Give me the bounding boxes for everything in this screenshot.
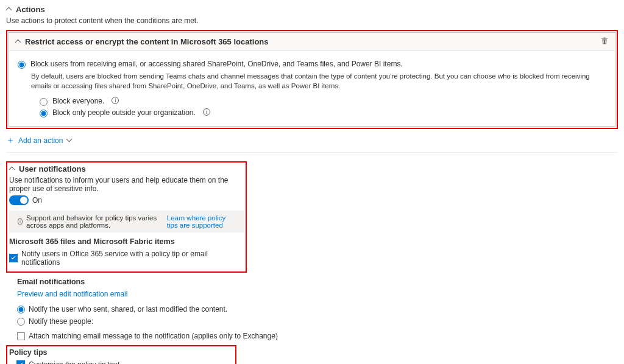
user-notifications-subtitle: Use notifications to inform your users a… [9,176,244,193]
info-bar-text: Support and behavior for policy tips var… [26,214,157,229]
attach-email-label: Attach matching email message to the not… [29,332,278,340]
customize-tip-checkbox[interactable] [16,360,25,364]
user-notifications-header[interactable]: User notifications [9,164,244,173]
learn-policy-tips-link[interactable]: Learn where policy tips are supported [167,214,238,229]
chevron-up-icon [6,7,12,13]
attach-email-checkbox[interactable] [17,332,25,340]
delete-icon[interactable] [600,37,609,47]
email-notifications-header: Email notifications [17,278,618,286]
toggle-label: On [32,196,42,205]
notifications-toggle[interactable]: On [9,195,42,205]
plus-icon: ＋ [6,135,15,146]
user-notifications-title: User notifications [19,164,86,173]
info-icon[interactable]: i [112,97,119,104]
block-everyone-radio[interactable] [40,98,48,106]
notify-users-label: Notify users in Office 365 service with … [21,250,244,267]
block-outside-label: Block only people outside your organizat… [52,108,196,117]
notify-user-radio[interactable] [17,306,25,313]
policy-tips-header: Policy tips [9,348,233,357]
block-users-radio[interactable] [18,61,26,69]
actions-subtitle: Use actions to protect content when the … [6,16,618,25]
block-everyone-label: Block everyone. [52,97,104,105]
chevron-up-icon [15,39,21,45]
info-icon: i [18,218,23,225]
chevron-down-icon [66,138,73,144]
card-header[interactable]: Restrict access or encrypt the content i… [15,37,269,46]
restrict-access-card: Restrict access or encrypt the content i… [9,32,615,127]
notify-users-checkbox[interactable] [9,254,18,262]
preview-email-link[interactable]: Preview and edit notification email [17,290,127,298]
chevron-up-icon [9,166,15,172]
add-action-button[interactable]: ＋ Add an action [6,135,618,146]
customize-tip-label: Customize the policy tip text [29,360,119,364]
notify-people-radio[interactable] [17,318,25,326]
actions-header[interactable]: Actions [6,5,618,14]
m365-files-header: Microsoft 365 files and Microsoft Fabric… [9,237,244,246]
actions-title: Actions [16,5,45,14]
add-action-label: Add an action [18,136,63,145]
block-users-label: Block users from receiving email, or acc… [30,60,403,68]
block-users-desc: By default, users are blocked from sendi… [31,71,606,91]
card-title-text: Restrict access or encrypt the content i… [25,37,269,46]
notify-people-label: Notify these people: [29,317,93,326]
notify-user-label: Notify the user who sent, shared, or las… [29,305,227,313]
policy-tips-info-bar: i Support and behavior for policy tips v… [9,211,244,233]
info-icon[interactable]: i [203,108,210,116]
block-outside-radio[interactable] [40,110,48,117]
